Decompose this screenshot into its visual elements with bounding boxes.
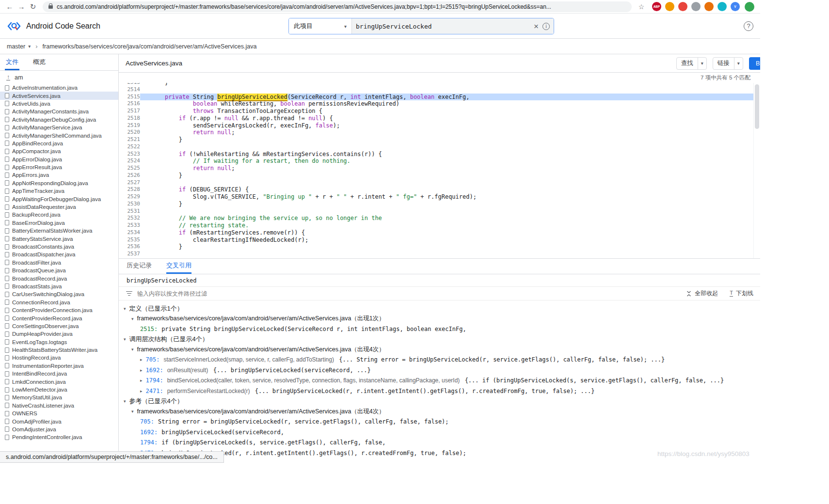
- parent-directory-row[interactable]: ↑ am: [0, 71, 118, 84]
- code-line[interactable]: 2523 if (!whileRestarting && mRestarting…: [119, 151, 753, 158]
- file-item[interactable]: ActiveServices.java: [0, 92, 118, 99]
- code-line[interactable]: 2534 if (mRestartingServices.remove(r)) …: [119, 229, 753, 236]
- file-item[interactable]: BroadcastDispatcher.java: [0, 251, 118, 258]
- code-line[interactable]: 2524 // If waiting for a restart, then d…: [119, 158, 753, 165]
- line-number[interactable]: 2535: [119, 236, 140, 244]
- file-item[interactable]: ActivityManagerShellCommand.java: [0, 131, 118, 139]
- file-item[interactable]: AppWaitingForDebuggerDialog.java: [0, 195, 118, 203]
- back-icon[interactable]: ←: [4, 2, 16, 11]
- file-item[interactable]: AppBindRecord.java: [0, 140, 118, 147]
- file-item[interactable]: AppNotRespondingDialog.java: [0, 179, 118, 187]
- line-number[interactable]: 2520: [119, 129, 140, 136]
- file-item[interactable]: ContentProviderConnection.java: [0, 306, 118, 314]
- line-number[interactable]: 2519: [119, 122, 140, 129]
- result-line-number[interactable]: 1692:: [146, 367, 163, 374]
- underline-toggle[interactable]: T 下划线: [730, 289, 753, 298]
- chevron-down-icon[interactable]: ▾: [698, 58, 706, 69]
- result-line-number[interactable]: 1794:: [146, 377, 163, 384]
- result-line-number[interactable]: 705:: [140, 418, 154, 425]
- file-item[interactable]: LowMemDetector.java: [0, 386, 118, 394]
- code-line[interactable]: 2515 private String bringUpServiceLocked…: [119, 94, 753, 101]
- file-item[interactable]: ActivityManagerDebugConfig.java: [0, 116, 118, 124]
- xref-result[interactable]: ▸2471:performServiceRestartLocked(r) {..…: [119, 386, 760, 396]
- code-line[interactable]: 2528 if (DEBUG_SERVICE) {: [119, 186, 753, 193]
- code-line[interactable]: 2516 boolean whileRestarting, boolean pe…: [119, 100, 753, 108]
- expand-triangle-icon[interactable]: ▸: [140, 368, 143, 373]
- address-bar[interactable]: cs.android.com/android/platform/superpro…: [43, 1, 632, 12]
- xref-file-row[interactable]: ▾frameworks/base/services/core/java/com/…: [119, 407, 760, 417]
- file-item[interactable]: ActivityManagerService.java: [0, 124, 118, 131]
- file-item[interactable]: ActiveUids.java: [0, 100, 118, 108]
- search-input[interactable]: [356, 23, 530, 30]
- file-item[interactable]: MemoryStatUtil.java: [0, 394, 118, 401]
- expand-triangle-icon[interactable]: ▸: [140, 357, 143, 362]
- file-item[interactable]: ActiveInstrumentation.java: [0, 84, 118, 92]
- code-line[interactable]: 2513 }: [119, 83, 753, 86]
- code-editor[interactable]: 2513 }25142515 private String bringUpSer…: [119, 83, 760, 258]
- code-line[interactable]: 2535 clearRestartingIfNeededLocked(r);: [119, 236, 753, 244]
- clear-search-icon[interactable]: ×: [534, 22, 539, 31]
- bookmark-star-icon[interactable]: ☆: [636, 3, 647, 11]
- file-item[interactable]: PendingIntentController.java: [0, 433, 118, 441]
- result-line-number[interactable]: 2515:: [140, 326, 158, 332]
- line-number[interactable]: 2533: [119, 222, 140, 229]
- line-number[interactable]: 2521: [119, 136, 140, 143]
- code-line[interactable]: 2525 return null;: [119, 165, 753, 172]
- file-item[interactable]: EventLogTags.logtags: [0, 338, 118, 346]
- xref-result[interactable]: 1794:if (bringUpServiceLocked(s, service…: [119, 438, 760, 448]
- xref-section-header[interactable]: ▾调用层次结构（已显示4个）: [119, 334, 760, 345]
- xref-result[interactable]: 705:String error = bringUpServiceLocked(…: [119, 417, 760, 427]
- file-item[interactable]: AppCompactor.java: [0, 147, 118, 155]
- code-line[interactable]: 2526 }: [119, 172, 753, 179]
- result-line-number[interactable]: 1794:: [140, 439, 158, 446]
- waves-extension-icon[interactable]: [717, 2, 727, 11]
- result-line-number[interactable]: 705:: [146, 356, 160, 363]
- line-number[interactable]: 2515: [119, 94, 140, 101]
- tab-cross-references[interactable]: 交叉引用: [166, 261, 191, 274]
- file-item[interactable]: LmkdConnection.java: [0, 378, 118, 385]
- forward-icon[interactable]: →: [16, 2, 27, 11]
- file-item[interactable]: AppTimeTracker.java: [0, 187, 118, 195]
- fox-extension-icon[interactable]: [704, 2, 714, 11]
- blame-button[interactable]: Bl: [749, 57, 760, 70]
- v-extension-icon[interactable]: V: [731, 2, 740, 11]
- file-item[interactable]: BroadcastQueue.java: [0, 267, 118, 274]
- code-line[interactable]: 2519 sendServiceArgsLocked(r, execInFg, …: [119, 122, 753, 129]
- file-item[interactable]: BatteryExternalStatsWorker.java: [0, 227, 118, 235]
- file-item[interactable]: NativeCrashListener.java: [0, 402, 118, 410]
- lock-icon[interactable]: [48, 5, 53, 9]
- expand-triangle-icon[interactable]: ▸: [140, 389, 143, 394]
- collapse-all-button[interactable]: 全部收起: [686, 289, 718, 298]
- line-number[interactable]: 2529: [119, 193, 140, 201]
- file-item[interactable]: AppErrors.java: [0, 171, 118, 179]
- adblock-extension-icon[interactable]: ABP: [652, 2, 661, 11]
- link-button[interactable]: 链接 ▾: [713, 57, 743, 70]
- xref-result[interactable]: ▸1794:bindServiceLocked(caller, token, s…: [119, 376, 760, 386]
- code-line[interactable]: 2518 if (r.app != null && r.app.thread !…: [119, 115, 753, 122]
- scrollbar-thumb[interactable]: [755, 84, 759, 129]
- file-item[interactable]: OWNERS: [0, 410, 118, 417]
- file-item[interactable]: BroadcastConstants.java: [0, 243, 118, 251]
- line-number[interactable]: 2516: [119, 100, 140, 108]
- line-number[interactable]: 2534: [119, 229, 140, 236]
- code-line[interactable]: 2536 }: [119, 243, 753, 251]
- line-number[interactable]: 2536: [119, 243, 140, 251]
- palette-extension-icon[interactable]: [691, 2, 701, 11]
- line-number[interactable]: 2525: [119, 165, 140, 172]
- line-number[interactable]: 2526: [119, 172, 140, 179]
- profile-extension-icon[interactable]: [665, 2, 674, 11]
- search-info-icon[interactable]: i: [542, 23, 550, 30]
- line-number[interactable]: 2524: [119, 158, 140, 165]
- file-item[interactable]: OomAdjProfiler.java: [0, 417, 118, 425]
- code-line[interactable]: 2517 throws TransactionTooLargeException…: [119, 108, 753, 115]
- xref-file-row[interactable]: ▾frameworks/base/services/core/java/com/…: [119, 345, 760, 355]
- branch-selector[interactable]: master ▾: [7, 43, 31, 50]
- line-number[interactable]: 2518: [119, 115, 140, 122]
- line-number[interactable]: 2537: [119, 251, 140, 258]
- file-item[interactable]: ActivityManagerConstants.java: [0, 108, 118, 115]
- line-number[interactable]: 2517: [119, 108, 140, 115]
- file-item[interactable]: AssistDataRequester.java: [0, 203, 118, 211]
- file-item[interactable]: CarUserSwitchingDialog.java: [0, 290, 118, 298]
- xref-file-row[interactable]: ▾frameworks/base/services/core/java/com/…: [119, 314, 760, 324]
- line-number[interactable]: 2523: [119, 151, 140, 158]
